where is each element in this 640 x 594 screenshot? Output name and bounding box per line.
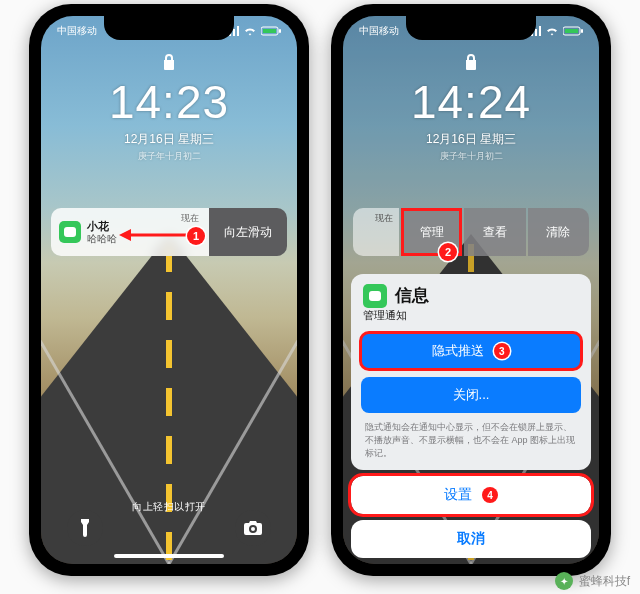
annotation-arrow xyxy=(119,228,191,242)
notification-title: 小花 xyxy=(87,220,117,233)
turn-off-button[interactable]: 关闭... xyxy=(361,377,581,413)
annotation-badge-2: 2 xyxy=(439,243,457,261)
phones-row: 中国移动 14:23 12月16日 星期三 庚子年十月初二 xyxy=(0,0,640,576)
settings-label: 设置 xyxy=(444,486,472,502)
sheet-note: 隐式通知会在通知中心显示，但不会在锁屏上显示、不播放声音、不显示横幅，也不会在 … xyxy=(351,421,591,470)
wechat-icon: ✦ xyxy=(555,572,573,590)
watermark-text: 蜜蜂科技f xyxy=(579,573,630,590)
sheet-title: 信息 xyxy=(395,284,429,307)
annotation-badge-4: 4 xyxy=(482,487,498,503)
date-sub: 庚子年十月初二 xyxy=(41,150,297,163)
annotation-badge-3: 3 xyxy=(494,343,510,359)
wifi-icon xyxy=(545,26,559,36)
date: 12月16日 星期三 xyxy=(41,131,297,148)
messages-icon xyxy=(59,221,81,243)
lock-info: 14:24 12月16日 星期三 庚子年十月初二 xyxy=(343,54,599,163)
manage-label: 管理 xyxy=(420,224,444,241)
screen-left: 中国移动 14:23 12月16日 星期三 庚子年十月初二 xyxy=(41,16,297,564)
clear-button[interactable]: 清除 xyxy=(528,208,589,256)
battery-icon xyxy=(261,26,281,36)
notification-time: 现在 xyxy=(375,212,393,225)
swipe-label: 向左滑动 xyxy=(224,224,272,241)
watermark: ✦ 蜜蜂科技f xyxy=(555,572,630,590)
cancel-label: 取消 xyxy=(457,530,485,546)
camera-button[interactable] xyxy=(235,510,271,546)
wifi-icon xyxy=(243,26,257,36)
svg-rect-2 xyxy=(279,29,281,33)
carrier-label: 中国移动 xyxy=(57,24,97,38)
notch xyxy=(406,16,536,40)
screen-right: 中国移动 14:24 12月16日 星期三 庚子年十月初二 现在 xyxy=(343,16,599,564)
home-indicator[interactable] xyxy=(114,554,224,558)
svg-marker-4 xyxy=(119,229,131,241)
turn-off-label: 关闭... xyxy=(453,387,490,402)
lock-icon xyxy=(343,54,599,73)
sheet-header: 信息 xyxy=(351,274,591,308)
swipe-hint: 向上轻扫以打开 xyxy=(41,500,297,514)
sheet-panel: 信息 管理通知 隐式推送 3 关闭... 隐式通知会在通知中心显示，但不会在锁屏… xyxy=(351,274,591,470)
clock: 14:23 xyxy=(41,75,297,129)
swipe-action[interactable]: 向左滑动 xyxy=(209,208,287,256)
settings-button[interactable]: 设置 4 xyxy=(351,476,591,514)
clear-label: 清除 xyxy=(546,224,570,241)
cancel-button[interactable]: 取消 xyxy=(351,520,591,558)
phone-left: 中国移动 14:23 12月16日 星期三 庚子年十月初二 xyxy=(29,4,309,576)
dock xyxy=(41,510,297,546)
phone-right: 中国移动 14:24 12月16日 星期三 庚子年十月初二 现在 xyxy=(331,4,611,576)
date-sub: 庚子年十月初二 xyxy=(343,150,599,163)
action-sheet: 信息 管理通知 隐式推送 3 关闭... 隐式通知会在通知中心显示，但不会在锁屏… xyxy=(351,274,591,558)
view-button[interactable]: 查看 xyxy=(464,208,525,256)
lock-icon xyxy=(41,54,297,73)
notification-body: 哈哈哈 xyxy=(87,233,117,245)
notch xyxy=(104,16,234,40)
battery-icon xyxy=(563,26,583,36)
notification-time: 现在 xyxy=(181,212,199,225)
svg-rect-6 xyxy=(565,29,578,33)
lock-info: 14:23 12月16日 星期三 庚子年十月初二 xyxy=(41,54,297,163)
deliver-quietly-label: 隐式推送 xyxy=(432,343,484,358)
flashlight-button[interactable] xyxy=(67,510,103,546)
svg-rect-7 xyxy=(581,29,583,33)
messages-icon xyxy=(363,284,387,308)
sheet-subtitle: 管理通知 xyxy=(351,308,591,333)
date: 12月16日 星期三 xyxy=(343,131,599,148)
notification-stub[interactable]: 现在 xyxy=(353,208,399,256)
flashlight-icon xyxy=(79,519,91,537)
svg-rect-1 xyxy=(263,29,276,33)
clock: 14:24 xyxy=(343,75,599,129)
notification-actions: 现在 管理 查看 清除 xyxy=(353,208,589,256)
annotation-badge-1: 1 xyxy=(187,227,205,245)
carrier-label: 中国移动 xyxy=(359,24,399,38)
camera-icon xyxy=(244,521,262,535)
deliver-quietly-button[interactable]: 隐式推送 3 xyxy=(361,333,581,369)
view-label: 查看 xyxy=(483,224,507,241)
